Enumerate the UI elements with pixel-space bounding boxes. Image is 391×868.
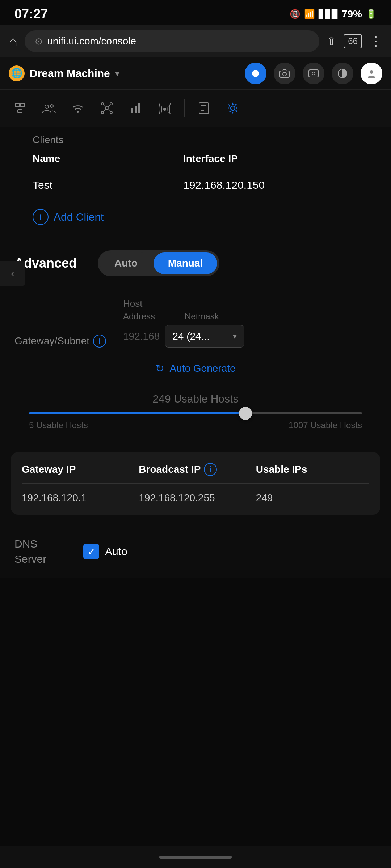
browser-bar: ⌂ ⊙ unifi.ui.com/console ⇧ 66 ⋮ — [0, 25, 391, 57]
svg-point-17 — [110, 111, 112, 114]
usable-ips-value: 249 — [256, 492, 369, 504]
dns-auto-row: ✓ Auto — [83, 544, 127, 559]
broadcast-info-icon[interactable]: i — [204, 463, 217, 476]
plus-icon: + — [33, 209, 49, 225]
home-button[interactable]: ⌂ — [9, 33, 17, 50]
gateway-ip-value: 192.168.120.1 — [22, 492, 135, 504]
client-ip: 192.168.120.150 — [183, 179, 377, 191]
svg-rect-9 — [18, 110, 22, 113]
back-button[interactable]: ‹ — [0, 261, 25, 286]
usable-hosts-section: 249 Usable Hosts 5 Usable Hosts 1007 Usa… — [0, 389, 391, 441]
address-sub-label: Address — [123, 311, 181, 322]
subnet-table-row: 192.168.120.1 192.168.120.255 249 — [22, 484, 369, 504]
chevron-down-icon: ▾ — [115, 68, 119, 78]
icon-toolbar — [0, 90, 391, 127]
client-row: Test 192.168.120.150 — [33, 170, 377, 200]
svg-rect-8 — [20, 103, 25, 107]
svg-point-13 — [105, 107, 108, 110]
user-avatar[interactable] — [361, 63, 382, 84]
toolbar-stats-icon[interactable] — [123, 95, 148, 121]
status-time: 07:27 — [14, 7, 48, 22]
slider-container: 5 Usable Hosts 1007 Usable Hosts — [14, 412, 377, 430]
svg-rect-22 — [131, 108, 133, 113]
toolbar-gear-icon[interactable] — [220, 95, 245, 121]
toolbar-users-icon[interactable] — [36, 95, 62, 121]
chevron-down-icon: ▾ — [233, 332, 237, 341]
svg-point-25 — [163, 108, 166, 111]
usable-hosts-label: 249 Usable Hosts — [153, 393, 239, 405]
camera-button[interactable] — [274, 63, 295, 84]
host-address-input[interactable]: 192.168 — [123, 331, 160, 342]
info-icon[interactable]: i — [93, 335, 106, 348]
more-options-button[interactable]: ⋮ — [369, 34, 382, 49]
slider-track[interactable] — [29, 412, 362, 414]
wifi-icon: 📶 — [304, 9, 315, 19]
browser-actions: ⇧ 66 ⋮ — [327, 34, 382, 49]
clients-section: Clients Name Interface IP Test 192.168.1… — [0, 127, 391, 239]
toggle-group: Auto Manual — [98, 250, 219, 276]
address-bar[interactable]: ⊙ unifi.ui.com/console — [25, 30, 319, 52]
gateway-ip-header: Gateway IP — [22, 463, 135, 476]
slider-labels: 5 Usable Hosts 1007 Usable Hosts — [29, 420, 362, 430]
svg-point-0 — [252, 70, 259, 77]
auto-toggle-button[interactable]: Auto — [100, 252, 152, 274]
svg-rect-3 — [309, 70, 318, 77]
lock-icon: ⊙ — [35, 36, 43, 47]
dns-auto-checkbox[interactable]: ✓ — [83, 544, 99, 559]
toolbar-broadcast-icon[interactable] — [152, 95, 177, 121]
usable-ips-header: Usable IPs — [256, 463, 369, 476]
svg-point-11 — [50, 105, 53, 107]
top-nav: 🌐 Dream Machine ▾ — [0, 57, 391, 90]
broadcast-ip-value: 192.168.120.255 — [139, 492, 252, 504]
auto-generate-row[interactable]: ↻ Auto Generate — [14, 355, 377, 378]
svg-line-19 — [108, 105, 110, 107]
record-button[interactable] — [245, 63, 266, 84]
auto-generate-label: Auto Generate — [169, 363, 235, 374]
svg-line-18 — [104, 105, 106, 107]
share-button[interactable]: ⇧ — [327, 34, 336, 48]
svg-rect-1 — [280, 71, 289, 77]
brand-name: Dream Machine — [30, 67, 110, 80]
svg-point-2 — [283, 72, 286, 76]
battery-percent: 79% — [342, 8, 362, 20]
refresh-icon: ↻ — [155, 362, 164, 375]
svg-point-4 — [312, 72, 315, 75]
netmask-sub-label: Netmask — [185, 311, 219, 322]
manual-toggle-button[interactable]: Manual — [154, 252, 217, 274]
toolbar-topology-icon[interactable] — [94, 95, 119, 121]
toolbar-notes-icon[interactable] — [191, 95, 216, 121]
slider-fill — [29, 412, 245, 414]
settings-button[interactable] — [303, 63, 324, 84]
svg-point-15 — [110, 103, 112, 105]
toolbar-wireless-icon[interactable] — [65, 95, 91, 121]
toolbar-separator — [184, 99, 185, 117]
advanced-header: Advanced Auto Manual — [14, 250, 377, 276]
netmask-dropdown[interactable]: 24 (24... ▾ — [165, 325, 244, 348]
main-content: ‹ Clients Name Interface IP Test 192.168… — [0, 127, 391, 578]
advanced-section: Advanced Auto Manual — [0, 239, 391, 298]
svg-point-16 — [101, 111, 104, 114]
slider-thumb[interactable] — [239, 407, 252, 420]
contrast-button[interactable] — [332, 63, 353, 84]
tab-count[interactable]: 66 — [344, 34, 362, 48]
dns-section: DNSServer ✓ Auto — [0, 526, 391, 578]
gateway-subnet-label: Gateway/Subnet i — [14, 335, 116, 348]
brand-section[interactable]: 🌐 Dream Machine ▾ — [9, 65, 119, 81]
add-client-button[interactable]: + Add Client — [33, 200, 377, 232]
globe-icon: 🌐 — [9, 65, 25, 81]
bottom-bar — [0, 846, 391, 868]
host-label: Host — [123, 298, 142, 309]
subnet-table-header: Gateway IP Broadcast IP i Usable IPs — [22, 463, 369, 484]
toolbar-network-icon[interactable] — [7, 95, 33, 121]
ip-column-header: Interface IP — [183, 153, 377, 165]
status-bar: 07:27 📵 📶 ▋▊▉ 79% 🔋 — [0, 0, 391, 25]
gateway-subnet-text: Gateway/Subnet — [14, 335, 89, 347]
svg-point-14 — [101, 103, 104, 105]
subnet-table: Gateway IP Broadcast IP i Usable IPs 192… — [11, 452, 380, 515]
svg-point-10 — [45, 105, 49, 109]
bottom-pill — [159, 856, 232, 859]
svg-rect-24 — [138, 103, 140, 113]
top-nav-icons — [245, 63, 382, 84]
svg-rect-7 — [15, 103, 20, 107]
advanced-label: Advanced — [14, 256, 87, 271]
